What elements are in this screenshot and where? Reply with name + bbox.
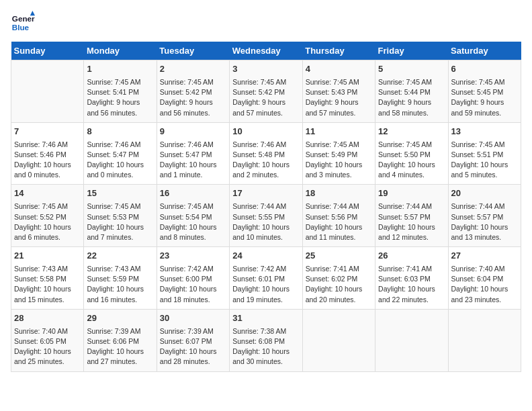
- day-info: and 1 minute.: [160, 170, 226, 180]
- day-info: Daylight: 9 hours: [87, 97, 153, 107]
- day-info: Sunrise: 7:45 AM: [14, 201, 81, 212]
- day-info: Daylight: 10 hours: [232, 160, 299, 170]
- day-number: 28: [14, 312, 81, 325]
- day-number: 10: [232, 126, 299, 138]
- calendar-cell: 21Sunrise: 7:43 AMSunset: 5:58 PMDayligh…: [11, 247, 84, 310]
- day-info: Sunrise: 7:45 AM: [451, 140, 518, 150]
- calendar-cell: 26Sunrise: 7:41 AMSunset: 6:03 PMDayligh…: [375, 247, 448, 310]
- day-info: Sunrise: 7:44 AM: [378, 201, 445, 212]
- day-info: Sunrise: 7:39 AM: [87, 326, 153, 336]
- calendar-cell: 31Sunrise: 7:38 AMSunset: 6:08 PMDayligh…: [230, 309, 302, 371]
- day-info: Daylight: 10 hours: [232, 222, 299, 232]
- day-info: Daylight: 10 hours: [451, 284, 518, 294]
- day-info: Sunrise: 7:42 AM: [232, 264, 299, 274]
- day-number: 29: [87, 312, 153, 325]
- day-info: Daylight: 10 hours: [160, 347, 226, 357]
- day-number: 1: [87, 63, 153, 76]
- day-info: Daylight: 10 hours: [160, 160, 226, 170]
- day-info: and 12 minutes.: [378, 232, 445, 242]
- day-info: Sunrise: 7:44 AM: [306, 201, 372, 212]
- day-info: Sunset: 6:03 PM: [378, 274, 445, 284]
- day-number: 22: [87, 250, 153, 263]
- day-info: Sunset: 6:02 PM: [306, 274, 372, 284]
- day-info: Sunset: 5:50 PM: [378, 150, 445, 160]
- day-info: and 56 minutes.: [160, 108, 226, 118]
- day-info: and 6 minutes.: [14, 232, 81, 242]
- day-info: Daylight: 10 hours: [232, 347, 299, 357]
- calendar-cell: 27Sunrise: 7:40 AMSunset: 6:04 PMDayligh…: [448, 247, 521, 310]
- day-info: Sunrise: 7:40 AM: [14, 326, 81, 336]
- calendar-cell: [375, 309, 448, 371]
- day-info: and 56 minutes.: [87, 108, 153, 118]
- day-number: 3: [232, 63, 299, 76]
- logo-icon: General Blue: [11, 11, 35, 35]
- day-info: Sunset: 5:41 PM: [87, 87, 153, 97]
- day-number: 20: [451, 187, 518, 200]
- day-info: Sunset: 5:56 PM: [306, 212, 372, 222]
- day-info: Sunrise: 7:45 AM: [306, 140, 372, 150]
- calendar-cell: 3Sunrise: 7:45 AMSunset: 5:42 PMDaylight…: [230, 60, 302, 123]
- calendar-cell: 30Sunrise: 7:39 AMSunset: 6:07 PMDayligh…: [157, 309, 229, 371]
- day-number: 14: [14, 187, 81, 200]
- calendar-cell: 5Sunrise: 7:45 AMSunset: 5:44 PMDaylight…: [375, 60, 448, 123]
- header-thursday: Thursday: [302, 42, 375, 60]
- calendar-cell: 28Sunrise: 7:40 AMSunset: 6:05 PMDayligh…: [11, 309, 84, 371]
- calendar-week-4: 21Sunrise: 7:43 AMSunset: 5:58 PMDayligh…: [11, 247, 521, 310]
- day-info: and 59 minutes.: [451, 108, 518, 118]
- day-info: Sunrise: 7:43 AM: [87, 264, 153, 274]
- day-info: Sunrise: 7:45 AM: [87, 77, 153, 87]
- day-info: and 15 minutes.: [14, 295, 81, 305]
- day-number: 23: [160, 250, 226, 263]
- day-number: 21: [14, 250, 81, 263]
- day-info: Sunset: 6:05 PM: [14, 336, 81, 347]
- day-info: and 5 minutes.: [451, 170, 518, 180]
- day-info: Daylight: 10 hours: [451, 222, 518, 232]
- day-info: Sunset: 5:57 PM: [451, 212, 518, 222]
- day-number: 19: [378, 187, 445, 200]
- logo: General Blue: [11, 11, 35, 35]
- day-info: Daylight: 9 hours: [232, 97, 299, 107]
- calendar-cell: 7Sunrise: 7:46 AMSunset: 5:46 PMDaylight…: [11, 122, 84, 185]
- day-number: 6: [451, 63, 518, 76]
- day-info: and 2 minutes.: [232, 170, 299, 180]
- calendar-cell: 4Sunrise: 7:45 AMSunset: 5:43 PMDaylight…: [302, 60, 375, 123]
- calendar-cell: 13Sunrise: 7:45 AMSunset: 5:51 PMDayligh…: [448, 122, 521, 185]
- calendar-cell: 24Sunrise: 7:42 AMSunset: 6:01 PMDayligh…: [230, 247, 302, 310]
- calendar-cell: [11, 60, 84, 123]
- day-info: Daylight: 10 hours: [160, 284, 226, 294]
- day-number: 24: [232, 250, 299, 263]
- svg-marker-2: [30, 11, 35, 15]
- day-info: Sunset: 6:04 PM: [451, 274, 518, 284]
- day-info: Daylight: 10 hours: [14, 347, 81, 357]
- day-info: Sunrise: 7:45 AM: [378, 140, 445, 150]
- day-info: and 7 minutes.: [87, 232, 153, 242]
- day-info: Sunrise: 7:44 AM: [232, 201, 299, 212]
- day-info: and 58 minutes.: [378, 108, 445, 118]
- day-number: 17: [232, 187, 299, 200]
- calendar-cell: 14Sunrise: 7:45 AMSunset: 5:52 PMDayligh…: [11, 185, 84, 247]
- calendar-cell: 10Sunrise: 7:46 AMSunset: 5:48 PMDayligh…: [230, 122, 302, 185]
- day-info: Sunrise: 7:45 AM: [87, 201, 153, 212]
- header-wednesday: Wednesday: [230, 42, 302, 60]
- day-info: Sunset: 5:48 PM: [232, 150, 299, 160]
- day-number: 18: [306, 187, 372, 200]
- day-info: Sunset: 5:59 PM: [87, 274, 153, 284]
- day-info: and 57 minutes.: [306, 108, 372, 118]
- day-number: 7: [14, 126, 81, 138]
- day-info: Sunset: 6:08 PM: [232, 336, 299, 347]
- day-info: Sunset: 5:42 PM: [232, 87, 299, 97]
- calendar-cell: 22Sunrise: 7:43 AMSunset: 5:59 PMDayligh…: [84, 247, 157, 310]
- day-info: and 30 minutes.: [232, 357, 299, 367]
- day-number: 4: [306, 63, 372, 76]
- calendar-week-2: 7Sunrise: 7:46 AMSunset: 5:46 PMDaylight…: [11, 122, 521, 185]
- calendar-cell: [302, 309, 375, 371]
- day-number: 8: [87, 126, 153, 138]
- day-info: Sunset: 5:51 PM: [451, 150, 518, 160]
- day-info: Daylight: 10 hours: [378, 284, 445, 294]
- day-info: Sunrise: 7:43 AM: [14, 264, 81, 274]
- day-info: Sunrise: 7:46 AM: [232, 140, 299, 150]
- calendar-header-row: SundayMondayTuesdayWednesdayThursdayFrid…: [11, 42, 521, 60]
- day-info: and 0 minutes.: [87, 170, 153, 180]
- day-info: and 3 minutes.: [306, 170, 372, 180]
- day-number: 11: [306, 126, 372, 138]
